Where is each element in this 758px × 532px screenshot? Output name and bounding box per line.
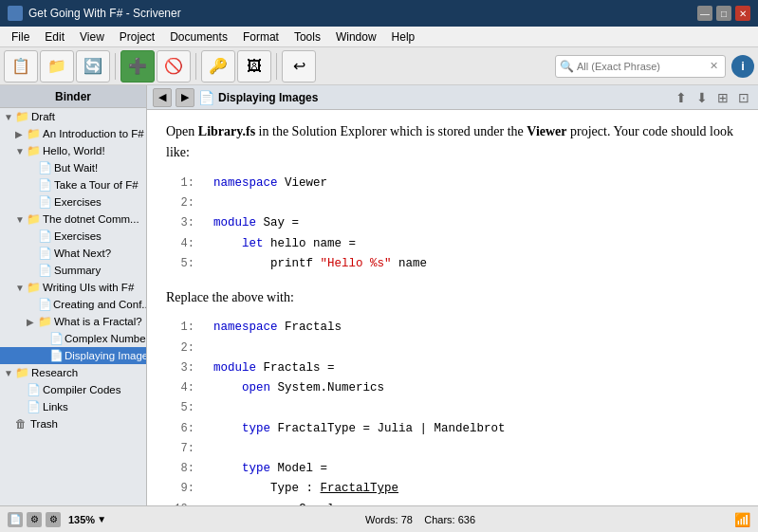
menu-documents[interactable]: Documents xyxy=(162,28,235,46)
zoom-value: 135% xyxy=(68,514,95,525)
split-view-icon[interactable]: ⊞ xyxy=(714,89,731,106)
menu-project[interactable]: Project xyxy=(112,28,162,46)
sidebar-item-fractal[interactable]: ▶ 📁 What is a Fractal? xyxy=(0,313,146,330)
content-area: ◀ ▶ 📄 Displaying Images ⬆ ⬇ ⊞ ⊡ Open Lib… xyxy=(147,85,758,505)
toolbar-separator-2 xyxy=(195,53,196,80)
doc-icon: 📄 xyxy=(38,195,52,209)
search-input[interactable] xyxy=(577,61,710,72)
code-line: 4: open System.Numerics xyxy=(166,378,739,398)
nav-down-icon[interactable]: ⬇ xyxy=(693,89,711,106)
folder-icon: 📁 xyxy=(15,366,29,379)
paragraph-2: Replace the above with: xyxy=(166,287,739,308)
maximize-button[interactable]: □ xyxy=(716,6,731,21)
doc-icon: 📄 xyxy=(38,298,51,311)
doc-content[interactable]: Open Library.fs in the Solution Explorer… xyxy=(147,110,758,505)
view-options-icon[interactable]: ⊡ xyxy=(735,89,752,106)
toolbar-undo-button[interactable]: ↩ xyxy=(282,50,316,83)
status-icon-3[interactable]: ⚙ xyxy=(46,512,61,527)
code-line: 8: type Model = xyxy=(166,459,739,479)
folder-icon: 📁 xyxy=(27,281,41,294)
sidebar-item-links[interactable]: 📄 Links xyxy=(0,398,146,415)
doc-icon: 📄 xyxy=(49,332,63,345)
toolbar-new-button[interactable]: 📋 xyxy=(4,50,38,83)
toolbar: 📋 📁 🔄 ➕ 🚫 🔑 🖼 ↩ 🔍 ✕ i xyxy=(0,47,758,85)
toolbar-search-box: 🔍 ✕ xyxy=(555,55,726,78)
arrow-icon: ▼ xyxy=(4,368,13,378)
window-controls[interactable]: — □ ✕ xyxy=(697,6,750,21)
sidebar-item-compiler-codes[interactable]: 📄 Compiler Codes xyxy=(0,381,146,398)
sidebar-item-creating[interactable]: 📄 Creating and Conf... xyxy=(0,296,146,313)
nav-up-icon[interactable]: ⬆ xyxy=(673,89,690,106)
sidebar-item-dotnet[interactable]: ▼ 📁 The dotnet Comm... xyxy=(0,211,146,228)
menu-view[interactable]: View xyxy=(72,28,112,46)
nav-forward-button[interactable]: ▶ xyxy=(176,88,194,107)
content-header: ◀ ▶ 📄 Displaying Images ⬆ ⬇ ⊞ ⊡ xyxy=(147,85,758,110)
toolbar-no-button[interactable]: 🚫 xyxy=(157,50,191,83)
sidebar-item-trash[interactable]: 🗑 Trash xyxy=(0,415,146,432)
toolbar-open-button[interactable]: 📁 xyxy=(40,50,74,83)
sidebar-item-what-next[interactable]: 📄 What Next? xyxy=(0,245,146,262)
status-word-count: Words: 78 Chars: 636 xyxy=(114,514,727,525)
code-line: 7: xyxy=(166,439,739,459)
toolbar-save-button[interactable]: 🔄 xyxy=(76,50,110,83)
sidebar-item-exercises-1[interactable]: 📄 Exercises xyxy=(0,193,146,211)
toolbar-add-button[interactable]: ➕ xyxy=(120,50,155,83)
zoom-down-icon[interactable]: ▼ xyxy=(97,514,106,524)
sidebar-item-but-wait[interactable]: 📄 But Wait! xyxy=(0,159,146,176)
sidebar-item-tour[interactable]: 📄 Take a Tour of F# xyxy=(0,176,146,193)
close-button[interactable]: ✕ xyxy=(735,6,750,21)
doc-icon: 📄 xyxy=(49,349,63,362)
zoom-control: 135% ▼ xyxy=(68,514,106,525)
sidebar-item-research[interactable]: ▼ 📁 Research xyxy=(0,364,146,381)
main-layout: Binder ▼ 📁 Draft ▶ 📁 An Introduction to … xyxy=(0,85,758,505)
code-line: 1: namespace Fractals xyxy=(166,318,739,338)
wifi-icon: 📶 xyxy=(734,512,750,527)
arrow-icon: ▶ xyxy=(15,129,25,139)
search-icon: 🔍 xyxy=(560,60,574,73)
toolbar-separator-3 xyxy=(276,53,277,80)
folder-icon: 📁 xyxy=(27,212,41,226)
sidebar-item-hello-world[interactable]: ▼ 📁 Hello, World! xyxy=(0,142,146,159)
binder-header: Binder xyxy=(0,85,146,108)
sidebar-item-displaying-images[interactable]: 📄 Displaying Images xyxy=(0,347,146,364)
document-icon: 📄 xyxy=(198,90,214,105)
menu-file[interactable]: File xyxy=(4,28,37,46)
sidebar-item-intro[interactable]: ▶ 📁 An Introduction to F# xyxy=(0,125,146,142)
sidebar-item-exercises-2[interactable]: 📄 Exercises xyxy=(0,228,146,245)
window-title: Get Going With F# - Scrivener xyxy=(28,7,697,20)
nav-back-button[interactable]: ◀ xyxy=(153,88,172,107)
menu-window[interactable]: Window xyxy=(328,28,384,46)
sidebar-item-draft[interactable]: ▼ 📁 Draft xyxy=(0,108,146,125)
folder-icon: 📁 xyxy=(38,315,52,328)
doc-icon: 📄 xyxy=(38,178,52,192)
toolbar-key-button[interactable]: 🔑 xyxy=(201,50,235,83)
code-line: 2: xyxy=(166,339,739,358)
doc-icon: 📄 xyxy=(38,161,52,174)
document-title: Displaying Images xyxy=(218,91,318,104)
clear-search-icon[interactable]: ✕ xyxy=(710,60,718,72)
menu-edit[interactable]: Edit xyxy=(37,28,72,46)
code-line: 4: let hello name = xyxy=(166,234,739,254)
doc-icon: 📄 xyxy=(27,383,41,396)
toolbar-image-button[interactable]: 🖼 xyxy=(237,50,271,83)
sidebar-item-summary[interactable]: 📄 Summary xyxy=(0,262,146,279)
menu-tools[interactable]: Tools xyxy=(287,28,328,46)
sidebar-item-complex-numbers[interactable]: 📄 Complex Numbers xyxy=(0,330,146,347)
minimize-button[interactable]: — xyxy=(697,6,712,21)
status-icon-1[interactable]: 📄 xyxy=(8,512,23,527)
doc-icon: 📄 xyxy=(27,400,41,413)
code-line: 5: printf "Hello %s" name xyxy=(166,254,739,274)
status-left: 📄 ⚙ ⚙ xyxy=(8,512,61,527)
arrow-icon: ▼ xyxy=(15,214,25,225)
status-right: 📶 xyxy=(734,512,750,527)
folder-icon: 📁 xyxy=(15,110,29,123)
menu-help[interactable]: Help xyxy=(384,28,423,46)
menu-format[interactable]: Format xyxy=(235,28,287,46)
info-button[interactable]: i xyxy=(731,55,754,78)
doc-icon: 📄 xyxy=(38,229,52,243)
doc-icon: 📄 xyxy=(38,247,52,260)
status-icon-2[interactable]: ⚙ xyxy=(27,512,42,527)
code-line: 2: xyxy=(166,193,739,213)
sidebar-item-writing-uis[interactable]: ▼ 📁 Writing UIs with F# xyxy=(0,279,146,296)
binder-tree: ▼ 📁 Draft ▶ 📁 An Introduction to F# ▼ 📁 … xyxy=(0,108,146,505)
